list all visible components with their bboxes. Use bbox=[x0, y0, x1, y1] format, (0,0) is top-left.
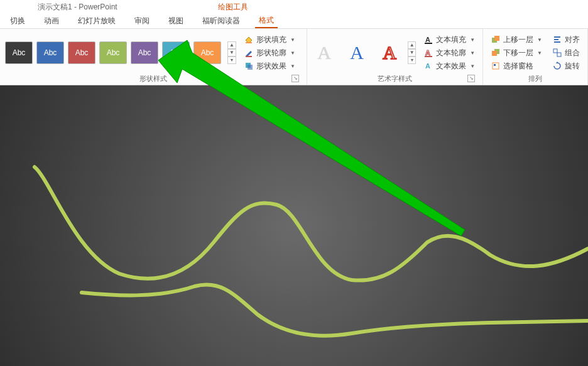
text-effects-label: 文本效果 bbox=[436, 61, 466, 72]
arrange-col-1: 上移一层 ▼ 下移一层 ▼ 选择窗格 bbox=[488, 34, 545, 72]
tab-review[interactable]: 审阅 bbox=[131, 14, 153, 28]
svg-rect-0 bbox=[246, 42, 252, 43]
slide-canvas[interactable] bbox=[0, 85, 588, 366]
pen-icon bbox=[244, 48, 254, 58]
wordart-style-1[interactable]: A bbox=[312, 41, 336, 65]
wordart-scroll: ▲ ▼ ▾ bbox=[408, 41, 416, 64]
send-backward-label: 下移一层 bbox=[503, 48, 533, 58]
svg-rect-5 bbox=[425, 43, 432, 44]
shape-effects-label: 形状效果 bbox=[256, 61, 286, 72]
group-wordart-label: 艺术字样式 ↘ bbox=[312, 73, 477, 83]
chevron-down-icon: ▼ bbox=[537, 37, 542, 43]
ribbon-tabstrip: 切换 动画 幻灯片放映 审阅 视图 福昕阅读器 格式 bbox=[0, 14, 588, 29]
send-backward-icon bbox=[491, 48, 501, 58]
shape-style-gallery: Abc Abc Abc Abc Abc Abc Abc bbox=[5, 41, 221, 64]
effects-icon bbox=[244, 61, 254, 71]
group-shape-styles: Abc Abc Abc Abc Abc Abc Abc ▲ ▼ ▾ 形状填充 bbox=[0, 29, 307, 85]
tab-transition[interactable]: 切换 bbox=[6, 14, 29, 28]
wordart-scroll-down[interactable]: ▼ bbox=[408, 49, 416, 57]
svg-rect-7 bbox=[425, 56, 432, 57]
shape-style-swatch-1[interactable]: Abc bbox=[5, 41, 33, 64]
bring-forward-icon bbox=[491, 35, 501, 45]
tab-view[interactable]: 视图 bbox=[165, 14, 187, 28]
group-objects-label: 组合 bbox=[565, 48, 580, 58]
group-arrange-label: 排列 bbox=[488, 73, 582, 83]
arrange-col-2: 对齐 组合 旋转 bbox=[550, 34, 582, 72]
align-label: 对齐 bbox=[565, 35, 580, 45]
text-fill-outline-effects: A 文本填充 ▼ A 文本轮廓 ▼ A 文本效果 bbox=[421, 34, 477, 72]
shape-fill-button[interactable]: 形状填充 ▼ bbox=[241, 34, 298, 46]
shape-style-swatch-3[interactable]: Abc bbox=[68, 41, 95, 64]
shape-style-scroll: ▲ ▼ ▾ bbox=[227, 41, 236, 64]
shape-style-swatch-7[interactable]: Abc bbox=[193, 41, 221, 64]
shape-style-scroll-down[interactable]: ▼ bbox=[227, 49, 236, 57]
chevron-down-icon: ▼ bbox=[470, 50, 475, 56]
svg-rect-10 bbox=[494, 36, 499, 41]
text-effects-icon: A bbox=[423, 61, 433, 71]
group-wordart-styles: A A A ▲ ▼ ▾ A 文本填充 ▼ A bbox=[307, 29, 483, 85]
shape-outline-button[interactable]: 形状轮廓 ▼ bbox=[241, 47, 298, 59]
selection-pane-button[interactable]: 选择窗格 bbox=[488, 60, 545, 72]
shape-style-swatch-2[interactable]: Abc bbox=[36, 41, 64, 64]
wordart-more[interactable]: ▾ bbox=[408, 57, 416, 64]
selection-pane-label: 选择窗格 bbox=[503, 61, 533, 72]
rotate-label: 旋转 bbox=[565, 61, 580, 72]
svg-rect-15 bbox=[554, 36, 560, 38]
svg-rect-3 bbox=[248, 65, 253, 70]
svg-rect-18 bbox=[553, 49, 557, 53]
tab-animation[interactable]: 动画 bbox=[40, 14, 63, 28]
shape-style-swatch-6[interactable]: Abc bbox=[162, 41, 190, 64]
group-arrange: 上移一层 ▼ 下移一层 ▼ 选择窗格 bbox=[483, 29, 588, 85]
rotate-icon bbox=[552, 61, 562, 71]
svg-text:A: A bbox=[425, 36, 430, 43]
svg-rect-19 bbox=[557, 53, 561, 57]
wordart-style-2[interactable]: A bbox=[345, 41, 369, 65]
title-bar: 演示文稿1 - PowerPoint 绘图工具 bbox=[0, 0, 588, 14]
drawn-curves bbox=[0, 85, 588, 366]
wordart-style-3[interactable]: A bbox=[378, 41, 401, 65]
wordart-launcher[interactable]: ↘ bbox=[467, 75, 475, 82]
text-outline-button[interactable]: A 文本轮廓 ▼ bbox=[421, 47, 477, 59]
ribbon: Abc Abc Abc Abc Abc Abc Abc ▲ ▼ ▾ 形状填充 bbox=[0, 29, 588, 85]
shape-style-swatch-4[interactable]: Abc bbox=[99, 41, 127, 64]
shape-styles-launcher[interactable]: ↘ bbox=[291, 75, 299, 82]
tab-format[interactable]: 格式 bbox=[255, 14, 278, 28]
group-shape-styles-label: 形状样式 ↘ bbox=[5, 73, 302, 83]
shape-fill-outline-effects: 形状填充 ▼ 形状轮廓 ▼ 形状效果 ▼ bbox=[241, 34, 298, 72]
rotate-button[interactable]: 旋转 bbox=[550, 60, 582, 72]
text-fill-label: 文本填充 bbox=[436, 35, 466, 45]
text-fill-button[interactable]: A 文本填充 ▼ bbox=[421, 34, 477, 46]
document-title: 演示文稿1 - PowerPoint bbox=[38, 2, 117, 13]
align-button[interactable]: 对齐 bbox=[550, 34, 582, 46]
shape-fill-label: 形状填充 bbox=[256, 35, 286, 45]
wordart-scroll-up[interactable]: ▲ bbox=[408, 41, 416, 49]
shape-style-scroll-up[interactable]: ▲ bbox=[227, 41, 236, 49]
chevron-down-icon: ▼ bbox=[290, 37, 295, 43]
bring-forward-button[interactable]: 上移一层 ▼ bbox=[488, 34, 545, 46]
text-outline-icon: A bbox=[423, 48, 433, 58]
text-effects-button[interactable]: A 文本效果 ▼ bbox=[421, 60, 477, 72]
svg-rect-12 bbox=[492, 51, 497, 56]
send-backward-button[interactable]: 下移一层 ▼ bbox=[488, 47, 545, 59]
contextual-tool-title: 绘图工具 bbox=[218, 2, 248, 13]
chevron-down-icon: ▼ bbox=[470, 63, 475, 69]
selection-pane-icon bbox=[491, 61, 501, 71]
align-icon bbox=[552, 35, 562, 45]
shape-outline-label: 形状轮廓 bbox=[256, 48, 286, 58]
svg-rect-14 bbox=[494, 64, 496, 66]
shape-effects-button[interactable]: 形状效果 ▼ bbox=[241, 60, 298, 72]
chevron-down-icon: ▼ bbox=[537, 50, 542, 56]
bring-forward-label: 上移一层 bbox=[503, 35, 533, 45]
tab-slideshow[interactable]: 幻灯片放映 bbox=[74, 14, 119, 28]
chevron-down-icon: ▼ bbox=[290, 50, 295, 56]
text-outline-label: 文本轮廓 bbox=[436, 48, 466, 58]
shape-style-more[interactable]: ▾ bbox=[227, 57, 236, 64]
tab-foxit[interactable]: 福昕阅读器 bbox=[199, 14, 244, 28]
group-objects-button[interactable]: 组合 bbox=[550, 47, 582, 59]
svg-rect-1 bbox=[246, 56, 252, 57]
chevron-down-icon: ▼ bbox=[470, 37, 475, 43]
svg-rect-17 bbox=[554, 41, 560, 43]
wordart-gallery: A A A bbox=[312, 41, 401, 65]
group-icon bbox=[552, 48, 562, 58]
shape-style-swatch-5[interactable]: Abc bbox=[131, 41, 158, 64]
